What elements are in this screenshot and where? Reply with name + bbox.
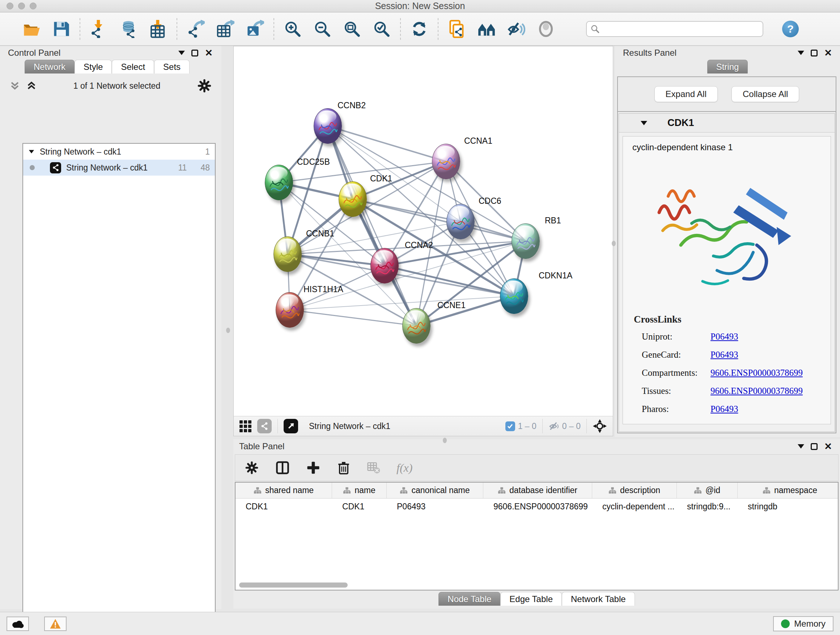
show-grid-icon[interactable]: [240, 420, 251, 432]
crosslink-link[interactable]: P06493: [711, 332, 738, 342]
zoom-out-icon[interactable]: [313, 20, 332, 38]
column-header-namespace[interactable]: namespace: [737, 483, 838, 498]
search-box[interactable]: [586, 21, 763, 37]
node-RB1[interactable]: [512, 223, 540, 259]
bottom-splitter-handle[interactable]: [443, 438, 447, 443]
birds-eye-view-icon[interactable]: [592, 419, 607, 433]
export-network-icon[interactable]: [187, 20, 205, 38]
right-splitter-handle[interactable]: [612, 241, 616, 246]
node-CCNA2[interactable]: [370, 248, 399, 283]
column-header-name[interactable]: name: [332, 483, 387, 498]
crosslink-link[interactable]: P06493: [711, 404, 738, 414]
save-session-icon[interactable]: [52, 20, 70, 38]
show-columns-icon[interactable]: [275, 460, 290, 475]
panel-close-icon[interactable]: ✕: [205, 49, 213, 57]
node-CCNB2[interactable]: [314, 108, 342, 144]
node-CCNE1[interactable]: [402, 308, 431, 344]
tab-node-table[interactable]: Node Table: [439, 592, 500, 606]
gene-section-header[interactable]: CDK1: [619, 114, 835, 133]
table-menu-icon[interactable]: [798, 444, 804, 448]
column-header-database-identifier[interactable]: database identifier: [483, 483, 592, 498]
show-all-icon[interactable]: [537, 20, 555, 38]
network-collection-row[interactable]: String Network – cdk1 1: [23, 144, 215, 160]
cell-namespace[interactable]: stringdb: [737, 499, 838, 515]
node-CDKN1A[interactable]: [500, 279, 528, 314]
column-header-description[interactable]: description: [592, 483, 677, 498]
export-image-icon[interactable]: [246, 20, 264, 38]
column-header-canonical-name[interactable]: canonical name: [387, 483, 483, 498]
memory-button[interactable]: Memory: [773, 616, 834, 631]
node-HIST1H1A[interactable]: [276, 292, 304, 328]
detach-view-icon[interactable]: [284, 419, 298, 433]
tab-style[interactable]: Style: [74, 60, 112, 73]
selected-checkbox-icon[interactable]: [505, 421, 515, 431]
cell-description[interactable]: cyclin-dependent ...: [592, 499, 677, 515]
first-neighbors-icon[interactable]: [477, 20, 496, 38]
edge-CCNB2-CCNA1[interactable]: [328, 126, 446, 162]
node-CDK1[interactable]: [339, 181, 367, 217]
network-share-icon[interactable]: [257, 419, 272, 433]
tab-sets[interactable]: Sets: [154, 60, 189, 73]
warnings-button[interactable]: [44, 616, 66, 631]
cloud-status-button[interactable]: [6, 616, 29, 631]
import-table-icon[interactable]: [149, 20, 167, 38]
expand-all-button[interactable]: Expand All: [654, 86, 718, 102]
gene-expand-icon[interactable]: [641, 121, 647, 125]
results-menu-icon[interactable]: [798, 51, 804, 55]
crosslink-link[interactable]: 9606.ENSP00000378699: [711, 386, 803, 396]
tab-network[interactable]: Network: [25, 60, 74, 73]
node-CDC25B[interactable]: [265, 165, 293, 200]
tab-string[interactable]: String: [707, 60, 748, 73]
crosslink-link[interactable]: 9606.ENSP00000378699: [711, 368, 803, 378]
edge-CCNE1-HIST1H1A[interactable]: [290, 310, 416, 326]
edge-CCNA2-CDKN1A[interactable]: [385, 266, 514, 296]
collection-expand-icon[interactable]: [29, 150, 34, 154]
tab-edge-table[interactable]: Edge Table: [500, 592, 562, 606]
table-float-icon[interactable]: [811, 443, 818, 450]
edge-CCNB2-CCNE1[interactable]: [328, 126, 416, 326]
hide-selected-icon[interactable]: [507, 20, 525, 38]
cell-database-identifier[interactable]: 9606.ENSP00000378699: [483, 499, 592, 515]
delete-column-icon[interactable]: [336, 461, 351, 475]
zoom-in-icon[interactable]: [284, 20, 302, 38]
search-input[interactable]: [603, 24, 755, 34]
tab-select[interactable]: Select: [112, 60, 154, 73]
table-options-gear-icon[interactable]: [245, 461, 259, 475]
help-icon[interactable]: ?: [782, 21, 799, 37]
panel-menu-icon[interactable]: [178, 51, 185, 55]
column-header--id[interactable]: @id: [677, 483, 737, 498]
table-row[interactable]: CDK1CDK1P064939606.ENSP00000378699cyclin…: [235, 499, 838, 515]
cell-shared-name[interactable]: CDK1: [235, 499, 332, 515]
network-options-gear-icon[interactable]: [197, 78, 212, 93]
network-canvas[interactable]: CCNB2CCNA1CDC25BCDK1CDC6RB1CCNB1CCNA2CDK…: [234, 46, 613, 416]
new-network-from-selection-icon[interactable]: [448, 20, 466, 38]
left-splitter-handle[interactable]: [226, 328, 230, 333]
tab-network-table[interactable]: Network Table: [562, 592, 635, 606]
table-horizontal-scrollbar[interactable]: [239, 583, 347, 587]
column-header-shared-name[interactable]: shared name: [235, 483, 332, 498]
collapse-all-icon[interactable]: [9, 80, 20, 91]
zoom-selected-icon[interactable]: [373, 20, 391, 38]
panel-float-icon[interactable]: [191, 50, 198, 57]
import-network-icon[interactable]: [90, 20, 108, 38]
cell--id[interactable]: stringdb:9...: [677, 499, 737, 515]
cell-canonical-name[interactable]: P06493: [387, 499, 483, 515]
refresh-layout-icon[interactable]: [410, 20, 428, 38]
table-close-icon[interactable]: ✕: [824, 443, 832, 450]
export-table-icon[interactable]: [216, 20, 234, 38]
node-CCNB1[interactable]: [273, 236, 302, 272]
results-float-icon[interactable]: [811, 50, 818, 57]
expand-all-icon[interactable]: [26, 80, 37, 91]
cell-name[interactable]: CDK1: [332, 499, 387, 515]
results-close-icon[interactable]: ✕: [824, 49, 832, 57]
node-CDC6[interactable]: [447, 204, 475, 239]
zoom-fit-icon[interactable]: [343, 20, 361, 38]
open-session-icon[interactable]: [22, 20, 41, 38]
collapse-all-button[interactable]: Collapse All: [731, 86, 799, 102]
import-network-from-database-icon[interactable]: [119, 20, 137, 38]
crosslink-link[interactable]: P06493: [711, 350, 738, 360]
node-CCNA1[interactable]: [432, 144, 460, 179]
network-row[interactable]: String Network – cdk1 11 48: [23, 160, 215, 176]
add-column-icon[interactable]: [306, 461, 321, 475]
edge-CCNB1-CCNA2[interactable]: [287, 254, 385, 266]
